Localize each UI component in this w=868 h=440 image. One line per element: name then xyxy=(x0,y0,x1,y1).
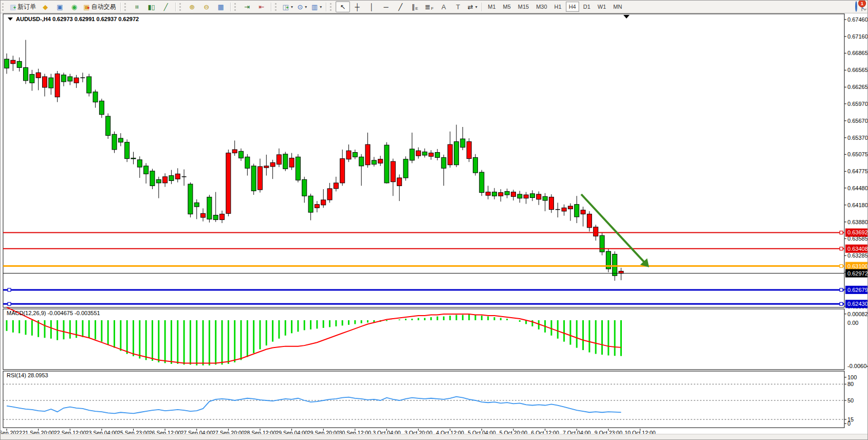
timeframe-button-d1[interactable]: D1 xyxy=(580,2,594,12)
resistance-line-2-right-handle[interactable] xyxy=(840,247,843,250)
symbol-ohlc-label: AUDUSD-,H4 0.62973 0.62991 0.62937 0.629… xyxy=(16,16,139,22)
toolbar-separator xyxy=(120,3,121,11)
autotrading-button[interactable]: ▣●自动交易 xyxy=(81,1,118,12)
toolbar-separator xyxy=(230,3,231,11)
toolbar-grip xyxy=(179,3,183,11)
line-chart-icon[interactable]: ╱ xyxy=(159,1,173,12)
price-chart[interactable]: 0.674600.671600.668650.665650.662650.659… xyxy=(1,1,868,435)
price-axis-label: 0.65370 xyxy=(847,135,868,141)
zoom-out-button[interactable]: ⊖ xyxy=(199,1,214,12)
zoom-in-button[interactable]: ⊕ xyxy=(185,1,199,12)
price-axis-label: 0.66265 xyxy=(847,84,868,90)
rsi-axis-label: 80 xyxy=(847,381,854,387)
dropdown-caret-icon: ▾ xyxy=(475,5,477,9)
timeframe-button-m1[interactable]: M1 xyxy=(485,2,498,12)
tile-windows-icon[interactable]: ▦ xyxy=(214,1,228,12)
candlestick-chart-icon: ▮▯ xyxy=(147,4,155,10)
macd-axis-zero: 0.00 xyxy=(847,320,858,326)
tool-letter: F xyxy=(431,6,434,11)
vertical-line-icon: │ xyxy=(370,4,374,10)
support-line-blue-1-price-badge-label: 0.62679 xyxy=(847,287,868,293)
price-axis-label: 0.66865 xyxy=(847,50,868,56)
rsi-label: RSI(14) 28.0953 xyxy=(7,372,48,378)
overlay-mark-icon: + xyxy=(286,6,289,10)
vertical-line-icon[interactable]: │ xyxy=(364,1,379,12)
support-line-blue-2-right-handle[interactable] xyxy=(840,302,843,305)
macd-panel[interactable] xyxy=(3,309,844,370)
macd-label: MACD(12,26,9) -0.004675 -0.003551 xyxy=(7,310,100,316)
resistance-line-2-price-badge-label: 0.63408 xyxy=(847,246,868,252)
zoom-in-icon: ⊕ xyxy=(189,4,195,10)
support-line-blue-1-right-handle[interactable] xyxy=(840,288,843,291)
fibonacci-icon[interactable]: ≣F xyxy=(422,1,436,12)
price-axis-label: 0.65670 xyxy=(847,118,868,124)
text-label-icon: T xyxy=(456,4,460,10)
rsi-axis-label: 0 xyxy=(847,420,851,427)
macd-axis-min: -0.006044 xyxy=(847,363,868,369)
macd-axis-max: 0.00082 xyxy=(847,311,868,317)
cursor-icon[interactable]: ↖ xyxy=(336,1,350,12)
price-axis-label: 0.65970 xyxy=(847,101,868,107)
timeframe-button-w1[interactable]: W1 xyxy=(595,2,610,12)
overlay-mark-icon: + xyxy=(13,6,16,10)
resistance-line-1-right-handle[interactable] xyxy=(840,231,843,234)
metaeditor-icon: ◆ xyxy=(43,4,48,10)
price-axis-label: 0.66565 xyxy=(847,67,868,73)
signals-icon[interactable]: ◉ xyxy=(67,1,81,12)
price-axis-label: 0.67460 xyxy=(847,16,868,23)
text-icon: A xyxy=(441,4,446,10)
zoom-out-icon: ⊖ xyxy=(204,4,209,10)
main-toolbar: ▤+新订单◆▣◉▣●自动交易≡▮▯╱⊕⊖▦⇥⇤◫+▾⊙▾▥▾↖┼│─╱∥E≣FA… xyxy=(1,1,867,13)
timeframe-button-m30[interactable]: M30 xyxy=(533,2,550,12)
crosshair-icon: ┼ xyxy=(355,4,360,10)
cursor-icon: ↖ xyxy=(340,4,346,10)
timeframe-button-m5[interactable]: M5 xyxy=(500,2,514,12)
toolbar-grip xyxy=(330,3,334,11)
candlestick-chart-icon[interactable]: ▮▯ xyxy=(144,1,159,12)
text-label-icon[interactable]: T xyxy=(451,1,465,12)
template-icon[interactable]: ▥▾ xyxy=(309,1,324,12)
text-icon[interactable]: A xyxy=(436,1,451,12)
toolbar-separator xyxy=(271,3,271,11)
tile-windows-icon: ▦ xyxy=(217,4,224,10)
toolbar-separator xyxy=(482,3,482,11)
arrows-tool-icon[interactable]: ⇄▾ xyxy=(465,1,479,12)
main-panel[interactable] xyxy=(3,14,844,307)
trendline-icon[interactable]: ╱ xyxy=(393,1,408,12)
support-line-blue-1-left-handle[interactable] xyxy=(8,288,11,291)
channel-icon[interactable]: ∥E xyxy=(408,1,422,12)
autotrading-button-label: 自动交易 xyxy=(91,3,116,11)
new-chart-button[interactable]: ◫+▾ xyxy=(281,1,295,12)
timeframe-button-h4[interactable]: H4 xyxy=(566,2,579,12)
toolbar-grip xyxy=(124,3,128,11)
notifications-button[interactable]: 1 xyxy=(861,2,862,11)
chart-shift-icon[interactable]: ⇤ xyxy=(254,1,269,12)
bar-chart-icon[interactable]: ≡ xyxy=(130,1,144,12)
crosshair-icon[interactable]: ┼ xyxy=(350,1,364,12)
signals-icon: ◉ xyxy=(71,4,77,10)
timeframe-button-m15[interactable]: M15 xyxy=(515,2,532,12)
rsi-axis-label: 100 xyxy=(847,374,857,380)
fibonacci-icon: ≣ xyxy=(425,4,431,10)
terminal-icon[interactable]: ▣ xyxy=(52,1,67,12)
toolbar-grip xyxy=(2,3,6,11)
support-line-orange-right-handle[interactable] xyxy=(840,265,843,268)
toolbar-grip xyxy=(275,3,279,11)
support-line-blue-2-left-handle[interactable] xyxy=(8,302,11,305)
support-line-blue-2-price-badge-label: 0.62430 xyxy=(847,301,868,307)
new-order-button[interactable]: ▤+新订单 xyxy=(8,1,38,12)
timeframe-button-h1[interactable]: H1 xyxy=(551,2,565,12)
search-button[interactable] xyxy=(855,2,857,11)
overlay-mark-icon: ● xyxy=(87,6,89,10)
timeframe-button-mn[interactable]: MN xyxy=(610,2,625,12)
metaeditor-icon[interactable]: ◆ xyxy=(38,1,52,12)
search-icon xyxy=(855,1,857,12)
horizontal-line-icon: ─ xyxy=(384,4,389,10)
resistance-line-1-price-badge-label: 0.63692 xyxy=(847,229,868,235)
auto-scroll-icon[interactable]: ⇥ xyxy=(240,1,254,12)
profiles-icon[interactable]: ⊙▾ xyxy=(295,1,309,12)
horizontal-line-icon[interactable]: ─ xyxy=(379,1,393,12)
price-axis-label: 0.63880 xyxy=(847,219,868,225)
new-order-button-label: 新订单 xyxy=(17,3,36,11)
toolbar-separator xyxy=(326,3,326,11)
